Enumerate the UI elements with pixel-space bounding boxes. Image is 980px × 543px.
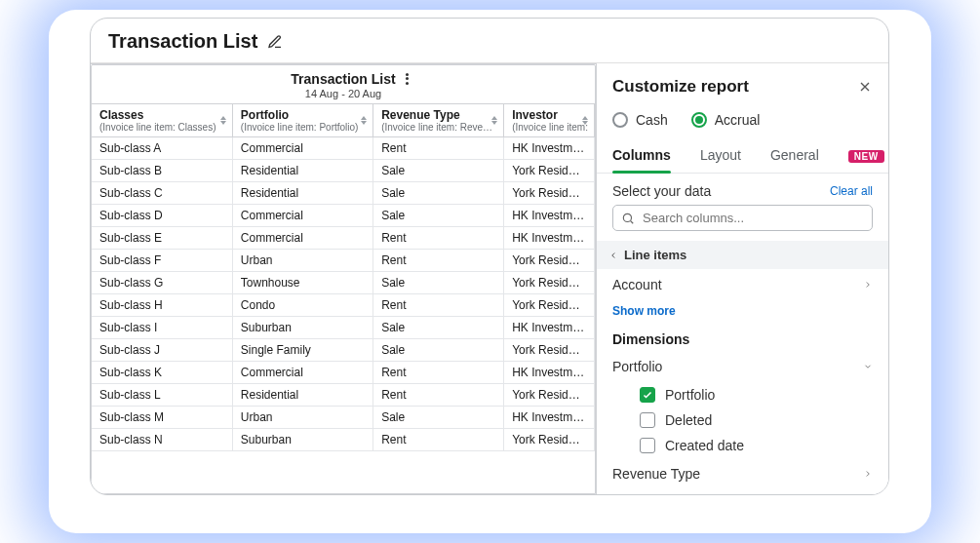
table-row[interactable]: Sub-class FUrbanRentYork Residence <box>92 250 595 272</box>
basis-radio-cash[interactable]: Cash <box>612 112 668 128</box>
cell-class: Sub-class G <box>92 272 232 294</box>
item-account[interactable]: Account <box>597 269 888 300</box>
cell-portfolio: Urban <box>232 407 372 429</box>
cell-investor: York Residence <box>504 182 595 205</box>
col-label: Portfolio <box>241 108 289 122</box>
col-label: Revenue Type <box>381 108 459 122</box>
cell-portfolio: Townhouse <box>232 272 372 294</box>
cell-revenue: Sale <box>373 272 504 294</box>
tab-general[interactable]: General <box>770 139 819 173</box>
checkbox-label: Created date <box>665 438 744 453</box>
table-row[interactable]: Sub-class CResidentialSaleYork Residence <box>92 182 595 205</box>
cell-investor: HK Investment <box>504 317 595 339</box>
cell-portfolio: Residential <box>232 182 372 205</box>
cell-class: Sub-class J <box>92 339 232 362</box>
customize-title: Customize report <box>612 77 749 97</box>
col-label: Classes <box>99 108 143 122</box>
search-columns-box[interactable] <box>612 205 873 231</box>
cell-class: Sub-class C <box>92 182 232 205</box>
table-row[interactable]: Sub-class ISuburbanSaleHK Investment <box>92 317 595 339</box>
dimensions-header: Dimensions <box>597 326 888 351</box>
cell-portfolio: Commercial <box>232 205 372 227</box>
cell-revenue: Rent <box>373 137 504 160</box>
tab-layout[interactable]: Layout <box>700 139 741 173</box>
cell-revenue: Rent <box>373 294 504 317</box>
page-title: Transaction List <box>108 30 257 53</box>
sort-icon[interactable] <box>220 114 228 128</box>
item-portfolio-group[interactable]: Portfolio <box>597 351 888 382</box>
col-header-classes[interactable]: Classes (Invoice line item: Classes) <box>92 104 232 137</box>
table-row[interactable]: Sub-class BResidentialSaleYork Residence <box>92 160 595 182</box>
col-header-investor[interactable]: Investor (Invoice line item: <box>504 104 595 137</box>
report-card: Transaction List Transaction List 14 Aug… <box>90 18 889 495</box>
cell-portfolio: Commercial <box>232 137 372 160</box>
search-columns-input[interactable] <box>643 211 864 225</box>
table-row[interactable]: Sub-class DCommercialSaleHK Investment <box>92 205 595 227</box>
chevron-left-icon <box>608 251 618 260</box>
cell-revenue: Rent <box>373 227 504 250</box>
radio-label: Accrual <box>715 112 761 128</box>
checkbox-icon <box>640 412 655 428</box>
kebab-menu-icon[interactable] <box>406 71 409 86</box>
new-badge: NEW <box>848 150 884 163</box>
chevron-right-icon <box>863 280 873 290</box>
cell-class: Sub-class M <box>92 407 232 429</box>
cell-class: Sub-class L <box>92 384 232 407</box>
sort-icon[interactable] <box>361 114 369 128</box>
cell-revenue: Rent <box>373 429 504 451</box>
svg-point-0 <box>623 213 631 221</box>
table-row[interactable]: Sub-class ACommercialRentHK Investment <box>92 137 595 160</box>
edit-icon[interactable] <box>267 34 283 50</box>
cell-revenue: Sale <box>373 407 504 429</box>
cell-revenue: Rent <box>373 384 504 407</box>
table-row[interactable]: Sub-class LResidentialRentYork Residence <box>92 384 595 407</box>
chevron-right-icon <box>863 469 873 479</box>
close-icon[interactable] <box>857 79 873 95</box>
col-sublabel: (Invoice line item: Revenu...) <box>381 122 497 133</box>
cell-portfolio: Single Family <box>232 339 372 362</box>
page-header: Transaction List <box>91 19 888 62</box>
cell-class: Sub-class H <box>92 294 232 317</box>
cell-investor: York Residence <box>504 160 595 182</box>
cell-revenue: Rent <box>373 250 504 272</box>
table-row[interactable]: Sub-class GTownhouseSaleYork Residence <box>92 272 595 294</box>
table-panel: Transaction List 14 Aug - 20 Aug Classes… <box>91 63 596 494</box>
item-label: Account <box>612 277 662 292</box>
table-row[interactable]: Sub-class NSuburbanRentYork Residence <box>92 429 595 451</box>
show-more-link[interactable]: Show more <box>597 300 888 326</box>
checkbox-created-date[interactable]: Created date <box>597 433 888 458</box>
col-sublabel: (Invoice line item: <box>512 122 588 133</box>
table-row[interactable]: Sub-class ECommercialRentHK Investment <box>92 227 595 250</box>
cell-portfolio: Residential <box>232 384 372 407</box>
cell-investor: HK Investment <box>504 205 595 227</box>
sort-icon[interactable] <box>491 114 499 128</box>
cell-class: Sub-class E <box>92 227 232 250</box>
tab-label: Columns <box>612 147 671 163</box>
tab-columns[interactable]: Columns <box>612 139 671 173</box>
group-label: Line items <box>624 248 686 262</box>
item-revenue-type[interactable]: Revenue Type <box>597 458 888 489</box>
col-header-portfolio[interactable]: Portfolio (Invoice line item: Portfolio) <box>232 104 372 137</box>
sort-icon[interactable] <box>582 114 590 128</box>
cell-revenue: Sale <box>373 205 504 227</box>
cell-portfolio: Suburban <box>232 317 372 339</box>
checkbox-deleted[interactable]: Deleted <box>597 407 888 433</box>
cell-class: Sub-class N <box>92 429 232 451</box>
cell-investor: York Residence <box>504 272 595 294</box>
table-row[interactable]: Sub-class HCondoRentYork Residence <box>92 294 595 317</box>
table-row[interactable]: Sub-class JSingle FamilySaleYork Residen… <box>92 339 595 362</box>
group-line-items-header[interactable]: Line items <box>597 241 888 269</box>
cell-class: Sub-class D <box>92 205 232 227</box>
col-header-revenue-type[interactable]: Revenue Type (Invoice line item: Revenu.… <box>373 104 504 137</box>
table-row[interactable]: Sub-class KCommercialRentHK Investment <box>92 362 595 384</box>
basis-radio-accrual[interactable]: Accrual <box>691 112 761 128</box>
radio-icon <box>691 112 707 128</box>
table-row[interactable]: Sub-class MUrbanSaleHK Investment <box>92 407 595 429</box>
cell-portfolio: Commercial <box>232 227 372 250</box>
cell-revenue: Rent <box>373 362 504 384</box>
clear-all-link[interactable]: Clear all <box>830 184 873 198</box>
cell-investor: York Residence <box>504 384 595 407</box>
select-data-label: Select your data <box>612 183 711 199</box>
checkbox-portfolio[interactable]: Portfolio <box>597 382 888 407</box>
item-label: Revenue Type <box>612 466 700 482</box>
